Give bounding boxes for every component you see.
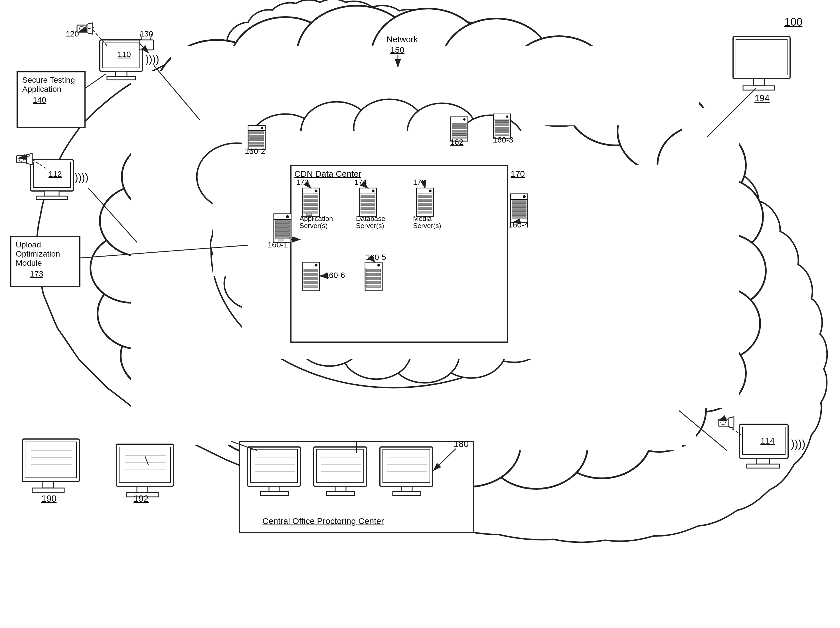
svg-rect-107 [361,207,375,210]
server-160-6 [302,262,319,291]
svg-rect-236 [393,491,421,496]
computer-112: 112 )))) [30,160,88,200]
svg-rect-105 [361,199,375,202]
svg-point-198 [721,420,725,425]
svg-rect-104 [361,195,375,198]
svg-point-137 [314,264,317,266]
camera-114 [718,417,734,428]
svg-rect-75 [495,120,509,123]
ref-173: 173 [30,269,43,278]
svg-text:Optimization: Optimization [16,249,60,258]
svg-rect-127 [512,212,526,216]
svg-rect-68 [452,127,466,129]
svg-rect-60 [249,135,264,137]
svg-rect-155 [115,71,127,76]
svg-rect-126 [512,209,526,211]
svg-point-63 [261,127,263,129]
svg-rect-77 [495,127,509,129]
svg-rect-174 [36,196,68,200]
svg-rect-173 [45,191,59,196]
server-160-5 [365,262,382,291]
svg-point-79 [506,115,508,118]
monitor-194 [733,36,790,90]
svg-rect-136 [304,281,318,284]
ref-150: 150 [390,45,404,54]
svg-point-108 [372,190,374,192]
cdn-datacenter-box [291,165,508,342]
svg-rect-156 [107,76,136,80]
svg-text:Server(s): Server(s) [356,222,384,230]
ref-180: 180 [453,439,469,449]
svg-rect-207 [43,482,54,488]
svg-rect-217 [250,449,297,482]
svg-text:110: 110 [117,50,131,59]
svg-text:)))): )))) [791,438,805,450]
monitor-192 [116,444,174,497]
ref-160-3-label: 160-3 [493,135,513,144]
svg-point-97 [314,190,317,192]
svg-rect-187 [753,79,764,86]
svg-rect-224 [317,449,364,482]
svg-rect-133 [304,269,318,272]
svg-text:Application: Application [22,85,61,93]
ref-160-5-label: 160-5 [366,253,386,262]
svg-point-71 [463,118,466,121]
svg-rect-76 [495,124,509,126]
svg-rect-88 [275,237,289,239]
svg-rect-210 [119,447,171,482]
svg-rect-235 [401,486,412,491]
diagram-container: 100 [0,0,840,628]
computer-114: 114 )))) [740,424,805,468]
svg-rect-231 [383,449,430,482]
svg-point-146 [377,264,380,266]
svg-rect-222 [261,491,288,496]
svg-rect-32 [131,257,188,328]
server-app [302,188,319,217]
svg-rect-203 [25,442,76,478]
svg-rect-129 [512,217,526,219]
svg-rect-194 [747,464,780,468]
svg-point-128 [523,195,526,198]
svg-rect-143 [366,273,381,276]
svg-rect-114 [418,195,432,198]
svg-rect-117 [418,207,432,210]
svg-rect-83 [275,220,289,223]
svg-text:114: 114 [760,436,775,445]
svg-text:)))): )))) [75,172,88,183]
cdn-ref: 170 [510,169,525,178]
svg-rect-134 [304,273,318,276]
svg-line-169 [85,74,106,88]
svg-rect-106 [361,203,375,206]
svg-rect-109 [361,211,375,213]
svg-rect-147 [366,285,381,287]
svg-rect-208 [32,488,64,492]
svg-rect-119 [418,211,432,213]
svg-text:112: 112 [49,170,62,178]
svg-rect-55 [551,165,608,313]
svg-rect-229 [327,491,355,496]
svg-rect-142 [366,269,381,272]
svg-rect-98 [304,211,318,213]
svg-point-118 [429,190,431,192]
svg-rect-193 [757,458,769,464]
ref-100: 100 [785,16,802,28]
svg-rect-125 [512,205,526,208]
svg-rect-116 [418,203,432,206]
proctoring-label: Central Office Proctoring Center [262,516,384,526]
server-160-2 [248,126,265,150]
monitor-190 [22,439,79,492]
server-db [359,188,376,217]
ref-194: 194 [755,93,769,103]
svg-rect-93 [304,195,318,198]
svg-rect-96 [304,207,318,210]
svg-rect-62 [249,142,264,144]
db-server-label: Database [356,215,385,222]
svg-line-130 [513,222,517,222]
ref-160-1-label: 160-1 [268,240,288,249]
svg-point-160 [80,26,84,31]
upload-module-label: Upload [16,240,41,249]
svg-rect-138 [304,285,318,287]
svg-rect-214 [137,486,148,493]
server-160-4 [510,194,528,222]
ref-162-label: 162 [450,138,464,146]
